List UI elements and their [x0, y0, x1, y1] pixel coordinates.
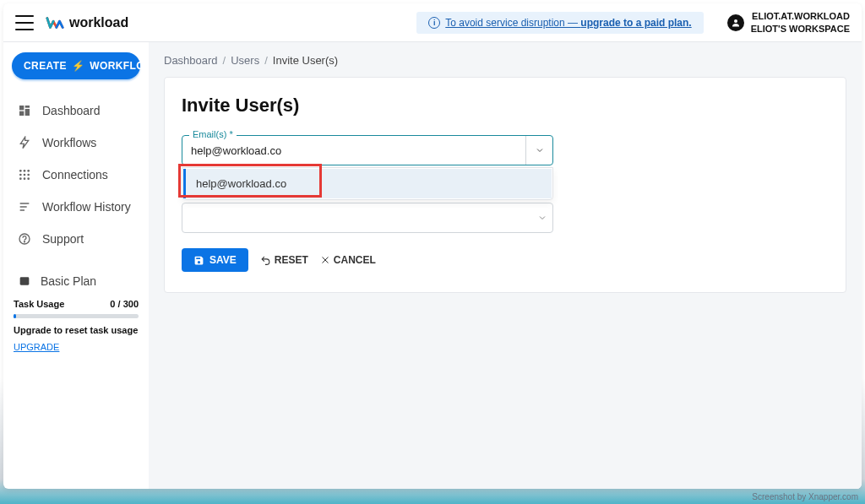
svg-point-18 [24, 241, 24, 242]
bolt-icon: ⚡ [72, 60, 84, 72]
email-dropdown-option[interactable]: help@workload.co [183, 169, 552, 198]
logo[interactable]: workload [46, 14, 128, 32]
breadcrumb: Dashboard / Users / Invite User(s) [164, 54, 846, 67]
support-icon [17, 231, 32, 247]
email-field-label: Email(s) * [189, 129, 237, 139]
workflows-icon [17, 135, 32, 150]
usage-label: Task Usage [14, 299, 64, 309]
svg-point-7 [27, 170, 30, 172]
svg-point-9 [24, 174, 26, 176]
workspace-name: ELIOT'S WORKSPACE [751, 23, 850, 35]
close-icon [320, 255, 330, 265]
screenshot-credit: Screenshot by Xnapper.com [752, 492, 858, 501]
info-icon: i [428, 17, 440, 29]
sidebar-item-workflows[interactable]: Workflows [12, 127, 140, 159]
user-menu[interactable]: ELIOT.AT.WORKLOAD ELIOT'S WORKSPACE [727, 10, 850, 35]
sidebar-item-dashboard[interactable]: Dashboard [12, 95, 140, 127]
upgrade-link[interactable]: UPGRADE [12, 339, 61, 355]
svg-point-12 [24, 177, 26, 180]
reset-button[interactable]: RESET [260, 254, 308, 266]
logo-text: workload [69, 15, 128, 30]
sidebar-item-label: Connections [42, 168, 108, 182]
dashboard-icon [17, 103, 32, 118]
user-name: ELIOT.AT.WORKLOAD [751, 10, 850, 22]
svg-point-13 [27, 177, 30, 180]
save-icon [193, 255, 204, 266]
history-icon [17, 199, 32, 214]
sidebar-item-plan[interactable]: Basic Plan [12, 268, 140, 294]
sidebar-item-support[interactable]: Support [12, 223, 140, 255]
upgrade-banner[interactable]: i To avoid service disruption — upgrade … [416, 12, 703, 34]
breadcrumb-current: Invite User(s) [273, 54, 338, 67]
email-field[interactable]: Email(s) * [182, 135, 553, 165]
create-workflow-button[interactable]: CREATE ⚡ WORKFLOW [12, 52, 140, 79]
svg-rect-3 [25, 109, 30, 116]
email-dropdown: help@workload.co [182, 167, 553, 200]
sidebar-item-label: Workflow History [42, 200, 131, 214]
sidebar-item-connections[interactable]: Connections [12, 159, 140, 191]
svg-rect-19 [20, 277, 30, 285]
svg-rect-1 [19, 106, 24, 110]
menu-icon[interactable] [15, 15, 34, 30]
banner-link[interactable]: To avoid service disruption — upgrade to… [445, 17, 691, 29]
chevron-down-icon [537, 213, 547, 223]
svg-rect-4 [19, 111, 24, 116]
save-button[interactable]: SAVE [182, 248, 248, 272]
sidebar-item-workflow-history[interactable]: Workflow History [12, 191, 140, 223]
secondary-field[interactable] [182, 203, 553, 233]
logo-mark-icon [46, 14, 64, 32]
svg-point-11 [19, 177, 22, 180]
svg-point-0 [734, 19, 737, 23]
cancel-button[interactable]: CANCEL [320, 254, 376, 266]
email-input[interactable] [191, 144, 525, 157]
svg-point-5 [19, 170, 22, 172]
undo-icon [260, 255, 271, 266]
sidebar-item-label: Dashboard [42, 104, 101, 117]
avatar-icon [727, 14, 744, 31]
chevron-down-icon[interactable] [525, 136, 552, 165]
plan-label: Basic Plan [41, 274, 96, 288]
svg-point-6 [24, 170, 26, 172]
plan-icon [17, 274, 32, 289]
invite-users-card: Invite User(s) Email(s) * help@workload.… [164, 77, 846, 293]
sidebar-item-label: Support [42, 232, 84, 246]
sidebar-item-label: Workflows [42, 136, 96, 149]
page-title: Invite User(s) [182, 95, 829, 117]
svg-point-8 [19, 174, 22, 176]
usage-note: Upgrade to reset task usage [12, 322, 140, 339]
breadcrumb-item[interactable]: Dashboard [164, 54, 218, 67]
svg-point-10 [27, 174, 30, 176]
breadcrumb-item[interactable]: Users [231, 54, 259, 67]
connections-icon [17, 167, 32, 182]
usage-value: 0 / 300 [110, 299, 139, 309]
svg-rect-2 [25, 106, 30, 108]
usage-bar [14, 314, 139, 318]
